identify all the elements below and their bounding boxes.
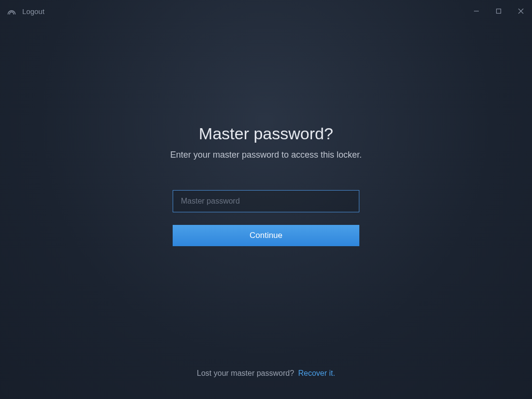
main-content: Master password? Enter your master passw… <box>0 0 532 399</box>
master-password-input[interactable] <box>173 190 359 212</box>
footer: Lost your master password? Recover it. <box>0 369 532 378</box>
page-heading: Master password? <box>199 124 333 143</box>
continue-button[interactable]: Continue <box>173 225 359 246</box>
page-subheading: Enter your master password to access thi… <box>170 150 362 160</box>
recover-link[interactable]: Recover it. <box>298 369 335 377</box>
lost-password-text: Lost your master password? <box>197 369 294 377</box>
